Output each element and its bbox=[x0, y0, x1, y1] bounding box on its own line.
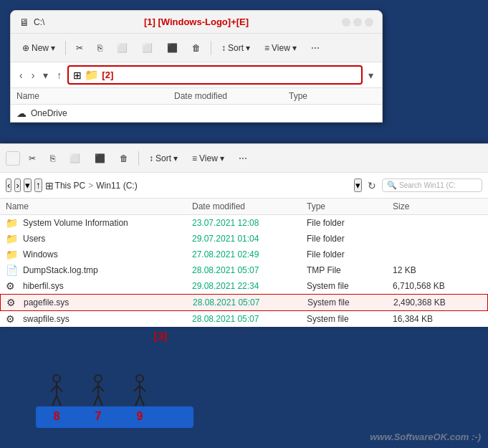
figure-8: 8 bbox=[47, 374, 67, 423]
sort-icon-top: ↕ bbox=[221, 43, 226, 53]
view-dropdown-icon-2: ▾ bbox=[220, 153, 224, 163]
search-box[interactable]: 🔍 Search Win11 (C: bbox=[382, 178, 482, 192]
file-size-6: 16,384 KB bbox=[393, 314, 464, 324]
file-name-5: pagefile.sys bbox=[24, 297, 69, 308]
forward-button-2[interactable]: › bbox=[14, 178, 20, 192]
copy-icon: ⎘ bbox=[97, 43, 102, 53]
file-type-5: System file bbox=[307, 297, 393, 308]
col-header-name[interactable]: Name bbox=[16, 91, 174, 101]
file-row-0[interactable]: 📁 System Volume Information 23.07.2021 1… bbox=[0, 215, 488, 231]
bottom-file-explorer: ✂ ⎘ ⬜ ⬛ 🗑 ↕ Sort ▾ ≡ View ▾ ⋯ ‹ › ▾ bbox=[0, 143, 488, 327]
checkbox-icon[interactable] bbox=[6, 151, 20, 166]
new-button[interactable]: ⊕ New ▾ bbox=[16, 40, 61, 56]
file-type-6: System file bbox=[307, 314, 393, 324]
forward-button[interactable]: › bbox=[29, 68, 38, 82]
copy-button-2[interactable]: ⎘ bbox=[44, 151, 61, 166]
path-box[interactable]: ⊞ 📁 [2] bbox=[67, 65, 363, 85]
back-button[interactable]: ‹ bbox=[16, 68, 26, 82]
window-controls bbox=[342, 18, 373, 27]
delete-button-2[interactable]: 🗑 bbox=[114, 151, 134, 166]
file-row-1[interactable]: 📁 Users 29.07.2021 01:04 File folder bbox=[0, 231, 488, 247]
address-dropdown[interactable]: ▾ bbox=[365, 68, 376, 82]
col-header-date[interactable]: Date modified bbox=[174, 91, 289, 101]
svg-line-17 bbox=[140, 396, 144, 406]
bottom-toolbar: ✂ ⎘ ⬜ ⬛ 🗑 ↕ Sort ▾ ≡ View ▾ ⋯ bbox=[0, 144, 488, 173]
more-button-bottom[interactable]: ⋯ bbox=[233, 151, 253, 166]
file-type-3: TMP File bbox=[307, 265, 393, 275]
svg-line-9 bbox=[98, 386, 104, 391]
file-icon-2: 📁 bbox=[6, 249, 19, 260]
file-row-2[interactable]: 📁 Windows 27.08.2021 02:49 File folder bbox=[0, 247, 488, 262]
sort-button-bottom[interactable]: ↕ Sort ▾ bbox=[143, 151, 183, 166]
delete-button[interactable]: 🗑 bbox=[186, 40, 206, 56]
file-type-4: System file bbox=[307, 281, 393, 291]
share-button[interactable]: ⬛ bbox=[161, 40, 183, 56]
file-row-5[interactable]: ⚙ pagefile.sys 28.08.2021 05:07 System f… bbox=[0, 294, 488, 311]
view-label-bottom: View bbox=[199, 153, 218, 163]
folder-icon: 📁 bbox=[85, 68, 99, 82]
figures-area: 8 7 9 bbox=[47, 374, 150, 423]
this-pc-label[interactable]: This PC bbox=[55, 181, 86, 191]
trash-icon: 🗑 bbox=[192, 43, 201, 53]
cut-button-2[interactable]: ✂ bbox=[23, 151, 42, 166]
recent-button[interactable]: ▾ bbox=[40, 68, 51, 82]
svg-line-15 bbox=[140, 386, 145, 391]
sort-dropdown-icon: ▾ bbox=[246, 43, 250, 53]
cut-button[interactable]: ✂ bbox=[70, 40, 89, 56]
paste-button-2[interactable]: ⬜ bbox=[64, 151, 86, 166]
col-header-type[interactable]: Type bbox=[289, 91, 360, 101]
file-date-3: 28.08.2021 05:07 bbox=[192, 265, 307, 275]
col2-header-size[interactable]: Size bbox=[393, 201, 464, 211]
file-row-3[interactable]: 📄 DumpStack.log.tmp 28.08.2021 05:07 TMP… bbox=[0, 262, 488, 278]
new-label: New bbox=[32, 43, 49, 53]
rename-button[interactable]: ⬜ bbox=[136, 40, 158, 56]
recent-button-2[interactable]: ▾ bbox=[24, 178, 32, 192]
file-date-1: 29.07.2021 01:04 bbox=[192, 234, 307, 244]
file-date-5: 28.08.2021 05:07 bbox=[193, 297, 307, 308]
path-dropdown[interactable]: ▾ bbox=[354, 178, 362, 192]
copy-button[interactable]: ⎘ bbox=[92, 40, 108, 56]
file-row-onedrive[interactable]: ☁ OneDrive bbox=[11, 106, 382, 120]
view-icon-top: ≡ bbox=[264, 43, 269, 53]
file-size-3: 12 KB bbox=[393, 265, 464, 275]
file-type-2: File folder bbox=[307, 249, 393, 259]
view-button-bottom[interactable]: ≡ View ▾ bbox=[186, 151, 230, 166]
figure-9: 9 bbox=[130, 374, 150, 423]
refresh-button[interactable]: ↻ bbox=[365, 178, 379, 193]
col2-header-date[interactable]: Date modified bbox=[192, 201, 307, 211]
file-date-2: 27.08.2021 02:49 bbox=[192, 249, 307, 259]
view-icon-bottom: ≡ bbox=[192, 153, 197, 163]
top-column-headers: Name Date modified Type bbox=[11, 88, 382, 105]
share-icon-2: ⬛ bbox=[95, 153, 105, 163]
sort-label-top: Sort bbox=[228, 43, 244, 53]
stick-figure-9 bbox=[130, 374, 150, 410]
trash-icon-2: 🗑 bbox=[120, 153, 128, 163]
search-icon: 🔍 bbox=[387, 181, 397, 190]
up-button[interactable]: ↑ bbox=[54, 68, 64, 82]
col2-header-type[interactable]: Type bbox=[307, 201, 393, 211]
figure-7: 7 bbox=[88, 374, 108, 423]
view-button-top[interactable]: ≡ View ▾ bbox=[259, 40, 302, 56]
svg-line-5 bbox=[57, 396, 61, 406]
bottom-address-bar: ‹ › ▾ ↑ ⊞ This PC > Win11 (C:) ▾ ↻ 🔍 Sea… bbox=[0, 173, 488, 199]
file-row-4[interactable]: ⚙ hiberfil.sys 29.08.2021 22:34 System f… bbox=[0, 278, 488, 294]
rename-icon: ⬜ bbox=[142, 43, 153, 53]
back-button-2[interactable]: ‹ bbox=[6, 178, 11, 192]
drive-label[interactable]: Win11 (C:) bbox=[96, 181, 137, 191]
up-button-2[interactable]: ↑ bbox=[34, 178, 42, 192]
sort-label-bottom: Sort bbox=[156, 153, 171, 163]
keyboard-shortcut-label: [1] [Windows-Logo]+[E] bbox=[144, 16, 249, 27]
sort-dropdown-icon-2: ▾ bbox=[173, 153, 178, 163]
top-title-bar: 🖥 C:\ [1] [Windows-Logo]+[E] bbox=[11, 11, 382, 34]
col2-header-name[interactable]: Name bbox=[6, 201, 192, 211]
view-label-top: View bbox=[272, 43, 290, 53]
file-row-6[interactable]: ⚙ swapfile.sys 28.08.2021 05:07 System f… bbox=[0, 311, 488, 327]
share-button-2[interactable]: ⬛ bbox=[89, 151, 111, 166]
paste-button[interactable]: ⬜ bbox=[111, 40, 133, 56]
more-button-top[interactable]: ⋯ bbox=[305, 40, 325, 56]
list-view-icon: ⊞ bbox=[73, 70, 82, 81]
bottom-file-list: 📁 System Volume Information 23.07.2021 1… bbox=[0, 215, 488, 327]
file-date-6: 28.08.2021 05:07 bbox=[192, 314, 307, 324]
sort-button-top[interactable]: ↕ Sort ▾ bbox=[216, 40, 256, 56]
sort-icon-bottom: ↕ bbox=[149, 153, 153, 163]
